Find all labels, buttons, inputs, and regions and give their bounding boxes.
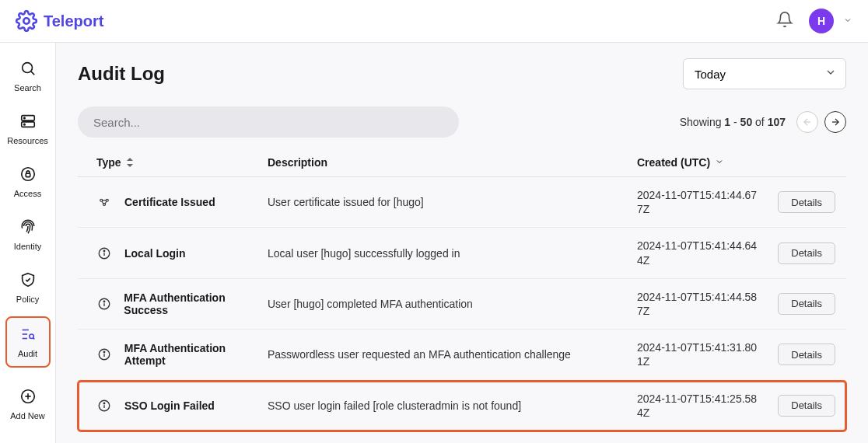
- next-page-button[interactable]: [824, 111, 846, 133]
- svg-point-26: [103, 250, 105, 252]
- toolbar: Showing 1 - 50 of 107: [78, 106, 846, 138]
- search-wrap: [78, 106, 459, 138]
- details-button[interactable]: Details: [778, 395, 835, 417]
- sort-icon: [126, 158, 134, 167]
- pagination-total: 107: [768, 116, 786, 128]
- notifications-icon[interactable]: [776, 11, 793, 31]
- row-type-label: Certificate Issued: [124, 196, 215, 208]
- svg-point-35: [103, 403, 105, 404]
- main-content: Audit Log Today Showing 1 - 50 of 107: [56, 43, 868, 443]
- audit-table: Type Description Created (UTC) Certifica…: [78, 148, 846, 443]
- column-type-label: Type: [96, 156, 121, 169]
- date-filter-select[interactable]: Today: [683, 58, 846, 89]
- row-actions: Details: [758, 293, 835, 315]
- body: Search Resources Access Identity Policy …: [0, 43, 868, 443]
- details-button[interactable]: Details: [778, 242, 835, 264]
- sidebar-label: Resources: [7, 136, 48, 145]
- brand-logo[interactable]: Teleport: [16, 10, 103, 32]
- sidebar-label: Audit: [18, 349, 37, 358]
- svg-point-22: [106, 199, 108, 201]
- details-button[interactable]: Details: [778, 293, 835, 315]
- sidebar-label: Search: [14, 83, 41, 92]
- page-title: Audit Log: [78, 63, 165, 85]
- sidebar-item-policy[interactable]: Policy: [5, 263, 51, 312]
- row-actions: Details: [758, 242, 835, 264]
- sidebar-label: Policy: [16, 295, 39, 304]
- pagination-to: 50: [740, 116, 753, 128]
- column-created[interactable]: Created (UTC): [637, 156, 758, 169]
- details-button[interactable]: Details: [778, 344, 835, 365]
- row-type-cell: MFA Authentication Success: [89, 291, 268, 316]
- row-actions: Details: [758, 344, 835, 365]
- fingerprint-icon: [19, 218, 37, 239]
- row-type-cell: Certificate Issued: [89, 195, 268, 209]
- svg-line-13: [33, 338, 34, 340]
- row-actions: Details: [758, 191, 835, 213]
- table-row: Local Login Local user [hugo] successful…: [78, 228, 846, 278]
- svg-line-2: [31, 72, 34, 75]
- chevron-down-icon: [715, 156, 724, 169]
- svg-point-6: [23, 124, 24, 124]
- row-type-label: MFA Authentication Success: [124, 291, 268, 316]
- pagination-of: of: [752, 116, 767, 128]
- row-type-label: SSO Login Failed: [124, 399, 215, 412]
- svg-point-5: [23, 117, 24, 118]
- row-description: SSO user login failed [role clusteradmin…: [268, 399, 637, 412]
- sidebar-item-add-new[interactable]: Add New: [5, 380, 51, 428]
- row-type-label: MFA Authentication Attempt: [124, 342, 268, 367]
- svg-point-32: [103, 352, 105, 354]
- info-icon: [96, 297, 111, 311]
- brand-icon: [16, 10, 37, 32]
- table-row: Certificate Issued User certificate issu…: [78, 177, 846, 228]
- page-header: Audit Log Today: [78, 58, 846, 89]
- info-icon: [96, 347, 112, 361]
- app-root: Teleport H Search Resources Access: [0, 0, 868, 443]
- pagination-from: 1: [724, 116, 730, 128]
- svg-point-7: [21, 168, 34, 181]
- table-row: MFA Authentication Attempt Passwordless …: [78, 431, 846, 443]
- row-description: Passwordless user requested an MFA authe…: [268, 348, 637, 361]
- search-input[interactable]: [78, 106, 459, 138]
- sidebar-item-access[interactable]: Access: [5, 158, 51, 206]
- prev-page-button[interactable]: [796, 111, 818, 133]
- sidebar-item-resources[interactable]: Resources: [5, 105, 51, 153]
- table-header: Type Description Created (UTC): [78, 148, 846, 177]
- row-type-cell: MFA Authentication Attempt: [89, 342, 268, 367]
- sidebar-label: Add New: [10, 411, 45, 420]
- avatar-letter: H: [817, 15, 825, 27]
- brand-name: Teleport: [44, 12, 103, 30]
- sidebar-item-audit[interactable]: Audit: [5, 316, 51, 368]
- user-menu-chevron-icon[interactable]: [843, 16, 852, 27]
- certificate-icon: [96, 195, 112, 209]
- lock-circle-icon: [19, 166, 37, 186]
- column-description: Description: [268, 156, 637, 169]
- sidebar-item-search[interactable]: Search: [5, 52, 51, 100]
- svg-marker-19: [127, 158, 133, 161]
- pagination-text: Showing 1 - 50 of 107: [680, 116, 786, 128]
- row-type-cell: SSO Login Failed: [89, 399, 268, 413]
- column-type[interactable]: Type: [89, 156, 268, 169]
- server-icon: [19, 113, 37, 133]
- row-actions: Details: [758, 395, 835, 417]
- details-button[interactable]: Details: [778, 191, 835, 213]
- row-created: 2024-11-07T15:41:44.587Z: [637, 290, 758, 318]
- row-type-label: Local Login: [124, 247, 186, 260]
- svg-rect-8: [26, 173, 30, 177]
- pagination: Showing 1 - 50 of 107: [680, 111, 846, 133]
- column-created-label: Created (UTC): [637, 156, 710, 169]
- date-filter[interactable]: Today: [683, 58, 846, 89]
- row-description: User [hugo] completed MFA authentication: [268, 298, 637, 310]
- topbar: Teleport H: [0, 0, 868, 43]
- row-created: 2024-11-07T15:41:44.677Z: [637, 188, 758, 216]
- user-avatar[interactable]: H: [809, 9, 834, 33]
- row-created: 2024-11-07T15:41:25.584Z: [637, 392, 758, 420]
- sidebar-label: Identity: [14, 242, 41, 251]
- plus-circle-icon: [19, 388, 37, 408]
- svg-point-29: [103, 301, 105, 302]
- table-row: SSO Login Failed SSO user login failed […: [78, 381, 846, 431]
- pagination-dash: -: [730, 116, 740, 128]
- pagination-buttons: [796, 111, 846, 133]
- list-search-icon: [19, 326, 37, 346]
- row-description: User certificate issued for [hugo]: [268, 196, 637, 208]
- sidebar-item-identity[interactable]: Identity: [5, 211, 51, 259]
